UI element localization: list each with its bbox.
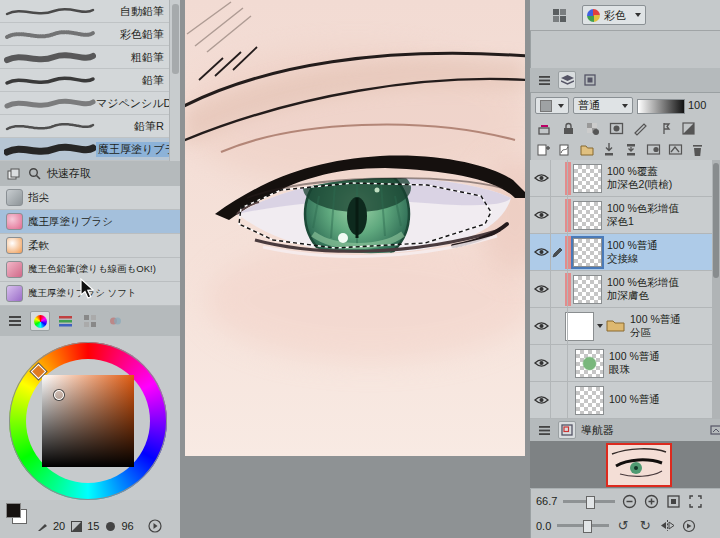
rotate-left-icon[interactable]: ↺ [615, 518, 631, 534]
layer-row[interactable]: 100 %覆蓋加深色2(噴槍) [530, 160, 712, 197]
brush-item[interactable]: 鉛筆 [0, 69, 180, 92]
lock-transparent-pixels-icon[interactable] [584, 120, 600, 136]
layer-thumbnail[interactable] [573, 201, 602, 230]
quick-access-item-selected[interactable]: 魔王厚塗りブラシ [0, 210, 180, 234]
coloring-mode-dropdown[interactable]: 彩色 [582, 5, 646, 25]
layer-color-tag[interactable] [565, 199, 571, 232]
merge-down-icon[interactable] [623, 141, 639, 157]
visibility-toggle[interactable] [532, 321, 550, 331]
pen-size-value[interactable]: 20 [53, 520, 65, 532]
layer-opacity-value[interactable]: 100 [688, 99, 706, 111]
search-icon[interactable] [26, 166, 42, 182]
tab-layers[interactable] [558, 71, 576, 89]
reference-layer-icon[interactable] [656, 120, 672, 136]
navigator-preview-area[interactable] [530, 441, 720, 488]
tab-color-set[interactable] [80, 311, 100, 331]
fit-to-screen-icon[interactable] [687, 493, 703, 509]
sv-marker[interactable] [54, 390, 64, 400]
visibility-toggle[interactable] [532, 284, 550, 294]
visibility-toggle[interactable] [532, 247, 550, 257]
layer-name[interactable]: 交接線 [607, 252, 658, 265]
tab-color-sliders[interactable] [55, 311, 75, 331]
folder-thumbnail[interactable] [565, 312, 594, 341]
layer-menu-icon[interactable] [535, 71, 553, 89]
apply-mask-icon[interactable] [667, 141, 683, 157]
layer-row[interactable]: 100 %色彩增值加深膚色 [530, 271, 712, 308]
tab-subview[interactable] [707, 421, 720, 439]
main-color-swatch[interactable] [6, 503, 21, 518]
layer-thumbnail[interactable] [575, 386, 604, 415]
layer-thumbnail[interactable] [573, 164, 602, 193]
brush-item-selected[interactable]: 魔王厚塗りブラシ [0, 138, 180, 161]
palette-menu-icon[interactable] [5, 311, 25, 331]
flip-horizontal-icon[interactable] [659, 518, 675, 534]
clip-at-layer-icon[interactable] [536, 120, 552, 136]
panel-pages-icon[interactable] [5, 166, 21, 182]
enable-mask-icon[interactable] [608, 120, 624, 136]
main-sub-color-swatches[interactable] [6, 503, 28, 525]
layer-list-scrollbar[interactable] [712, 160, 720, 419]
new-vector-layer-icon[interactable] [557, 141, 573, 157]
tab-layer-property[interactable] [581, 71, 599, 89]
navigator-menu-icon[interactable] [535, 421, 553, 439]
layer-color-tag[interactable] [565, 162, 571, 195]
layer-color-tag[interactable] [565, 273, 571, 306]
scrollbar-thumb[interactable] [713, 163, 719, 278]
brush-item[interactable]: マジペンシルD [0, 92, 180, 115]
layer-color-dropdown[interactable] [535, 97, 569, 114]
layer-name[interactable]: 分區 [630, 326, 681, 339]
layer-color-tag[interactable] [565, 236, 571, 269]
zoom-in-icon[interactable] [643, 493, 659, 509]
reset-rotation-icon[interactable] [681, 518, 697, 534]
folder-expand-arrow[interactable] [597, 324, 603, 328]
layer-thumbnail[interactable] [573, 275, 602, 304]
layer-thumbnail[interactable] [575, 349, 604, 378]
brush-item[interactable]: 自動鉛筆 [0, 0, 180, 23]
layer-settings-icon[interactable] [680, 120, 696, 136]
hardness-stat-value[interactable]: 96 [122, 520, 134, 532]
layer-row[interactable]: 100 %普通 [530, 382, 712, 419]
tab-navigator[interactable] [558, 421, 576, 439]
layer-row-selected[interactable]: 100 %普通交接線 [530, 234, 712, 271]
ruler-icon[interactable] [632, 120, 648, 136]
delete-layer-icon[interactable] [689, 141, 705, 157]
opacity-slider[interactable] [637, 99, 685, 114]
blend-mode-dropdown[interactable]: 普通 [573, 97, 633, 114]
layer-folder-row[interactable]: 100 %普通分區 [530, 308, 712, 345]
lock-layer-icon[interactable] [560, 120, 576, 136]
visibility-toggle[interactable] [532, 173, 550, 183]
rotation-slider[interactable] [557, 524, 609, 527]
quick-access-item[interactable]: 柔軟 [0, 234, 180, 258]
brush-item[interactable]: 粗鉛筆 [0, 46, 180, 69]
new-folder-icon[interactable] [579, 141, 595, 157]
layer-name[interactable]: 眼珠 [609, 363, 660, 376]
scrollbar-thumb[interactable] [172, 4, 179, 74]
quick-access-item[interactable]: 指尖 [0, 186, 180, 210]
canvas-artwork[interactable] [185, 0, 525, 456]
zoom-value[interactable]: 66.7 [536, 495, 557, 507]
layer-name[interactable]: 加深色2(噴槍) [607, 178, 672, 191]
navigator-thumbnail[interactable] [606, 443, 672, 487]
zoom-slider-thumb[interactable] [586, 496, 595, 509]
layer-row[interactable]: 100 %色彩增值深色1 [530, 197, 712, 234]
layer-thumbnail[interactable] [573, 238, 602, 267]
zoom-100-icon[interactable] [665, 493, 681, 509]
zoom-out-icon[interactable] [621, 493, 637, 509]
opacity-stat-value[interactable]: 15 [87, 520, 99, 532]
create-layer-mask-icon[interactable] [645, 141, 661, 157]
brush-item[interactable]: 彩色鉛筆 [0, 23, 180, 46]
tab-color-mixing[interactable] [105, 311, 125, 331]
transfer-down-icon[interactable] [601, 141, 617, 157]
visibility-toggle[interactable] [532, 395, 550, 405]
visibility-toggle[interactable] [532, 358, 550, 368]
expand-palette-icon[interactable] [147, 518, 163, 534]
tab-color-wheel[interactable] [30, 311, 50, 331]
zoom-slider[interactable] [563, 500, 615, 503]
new-raster-layer-icon[interactable] [535, 141, 551, 157]
brush-item[interactable]: 鉛筆R [0, 115, 180, 138]
layer-name[interactable]: 加深膚色 [607, 289, 679, 302]
palette-grid-icon[interactable] [551, 7, 567, 23]
visibility-toggle[interactable] [532, 210, 550, 220]
saturation-value-square[interactable] [42, 375, 134, 467]
rotate-right-icon[interactable]: ↻ [637, 518, 653, 534]
